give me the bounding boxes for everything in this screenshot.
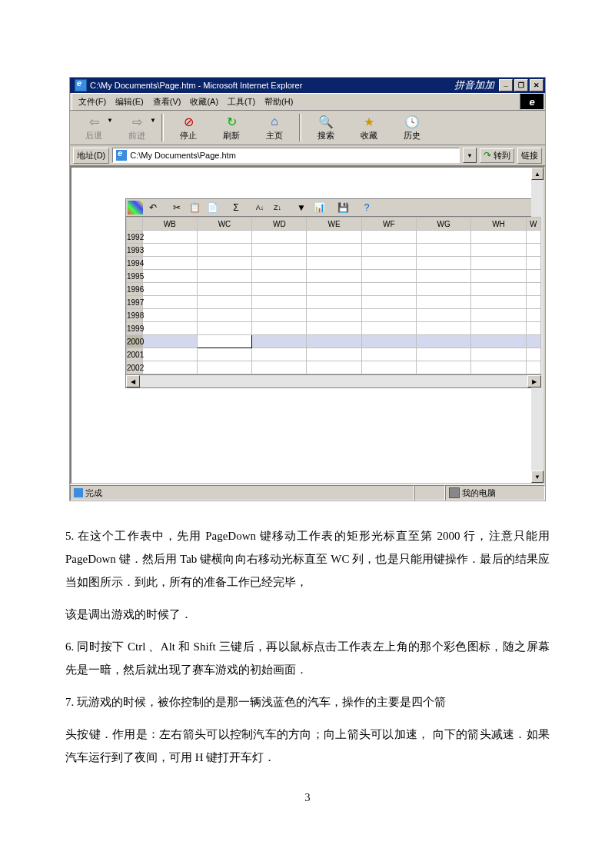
col-header[interactable]: WB <box>142 218 197 231</box>
menubar: 文件(F) 编辑(E) 查看(V) 收藏(A) 工具(T) 帮助(H) e <box>70 93 545 111</box>
menu-tools[interactable]: 工具(T) <box>223 95 260 109</box>
scroll-left-icon[interactable]: ◀ <box>126 375 140 387</box>
page-icon <box>116 150 127 161</box>
document-icon <box>74 488 83 497</box>
stop-icon: ⊘ <box>181 114 196 129</box>
minimize-button[interactable] <box>499 79 513 91</box>
spreadsheet: ↶ ✂ 📋 📄 Σ A↓ Z↓ ▼ 📊 💾 ? <box>125 198 542 388</box>
grid-corner[interactable] <box>127 218 143 231</box>
row-header[interactable]: 2000 <box>127 335 143 348</box>
ie-window-screenshot: C:\My Documents\Page.htm - Microsoft Int… <box>69 77 546 501</box>
home-button[interactable]: ⌂ 主页 <box>254 112 295 143</box>
home-icon: ⌂ <box>267 114 282 129</box>
row-header[interactable]: 1995 <box>127 270 143 283</box>
links-button[interactable]: 链接 <box>517 148 542 164</box>
search-button[interactable]: 🔍 搜索 <box>305 112 347 143</box>
history-icon: 🕓 <box>404 114 420 129</box>
row-header[interactable]: 1999 <box>127 322 143 335</box>
address-label: 地址(D) <box>73 148 109 164</box>
forward-icon: ⇨ <box>129 114 145 129</box>
star-icon: ★ <box>361 114 377 129</box>
status-pane <box>414 485 445 501</box>
ime-indicator: 拼音加加 <box>454 78 494 92</box>
paste-button[interactable]: 📄 <box>204 200 221 215</box>
sort-asc-button[interactable]: A↓ <box>251 200 268 215</box>
sheet-toolbar: ↶ ✂ 📋 📄 Σ A↓ Z↓ ▼ 📊 💾 ? <box>126 199 541 217</box>
titlebar: C:\My Documents\Page.htm - Microsoft Int… <box>70 78 545 93</box>
menu-edit[interactable]: 编辑(E) <box>111 95 148 109</box>
col-header[interactable]: WF <box>361 218 416 231</box>
paragraph-7b: 头按键．作用是：左右箭头可以控制汽车的方向；向上箭头可以加速， 向下的箭头减速．… <box>65 723 550 769</box>
row-header[interactable]: 2002 <box>127 361 143 374</box>
color-logo-icon[interactable] <box>127 200 144 215</box>
selected-row: 2000 <box>127 335 541 348</box>
scroll-down-icon[interactable]: ▼ <box>531 471 544 483</box>
menu-help[interactable]: 帮助(H) <box>260 95 298 109</box>
paragraph-5: 5. 在这个工作表中，先用 PageDown 键移动工作表的矩形光标直至第 20… <box>65 524 550 594</box>
paragraph-7a: 7. 玩游戏的时候，被你控制的是那一辆浅蓝色的汽车，操作的主要是四个箭 <box>65 690 550 713</box>
address-value: C:\My Documents\Page.htm <box>130 151 236 160</box>
cut-button[interactable]: ✂ <box>168 200 185 215</box>
col-header[interactable]: WD <box>252 218 307 231</box>
statusbar: 完成 我的电脑 <box>70 484 545 501</box>
ie-brand-icon: e <box>520 94 544 109</box>
status-right: 我的电脑 <box>445 485 545 501</box>
status-left: 完成 <box>70 485 414 501</box>
computer-icon <box>449 487 460 498</box>
row-header[interactable]: 1997 <box>127 296 143 309</box>
col-header[interactable]: W <box>526 218 540 231</box>
col-header[interactable]: WG <box>417 218 471 231</box>
sheet-grid[interactable]: WB WC WD WE WF WG WH W 1992 1993 1994 19… <box>126 217 541 374</box>
row-header[interactable]: 1994 <box>127 257 143 270</box>
go-icon: ↷ <box>484 150 491 161</box>
go-button[interactable]: ↷ 转到 <box>480 148 514 163</box>
sort-desc-button[interactable]: Z↓ <box>269 200 286 215</box>
help-button[interactable]: ? <box>358 200 375 215</box>
search-icon: 🔍 <box>318 114 334 129</box>
toolbar: ⇦ 后退 ▼ ⇨ 前进 ▼ ⊘ 停止 ↻ 刷新 ⌂ 主页 <box>70 111 545 145</box>
address-bar: 地址(D) C:\My Documents\Page.htm ▼ ↷ 转到 链接 <box>70 145 545 166</box>
sheet-hscrollbar[interactable]: ◀ ▶ <box>126 374 541 387</box>
page-number: 3 <box>0 792 615 804</box>
row-header[interactable]: 1996 <box>127 283 143 296</box>
paragraph-5b: 该是调出游戏的时候了． <box>65 603 550 626</box>
address-dropdown[interactable]: ▼ <box>463 148 477 163</box>
ie-icon <box>75 79 87 91</box>
maximize-button[interactable] <box>514 79 528 91</box>
refresh-icon: ↻ <box>224 114 239 129</box>
back-button[interactable]: ⇦ 后退 ▼ <box>73 112 115 143</box>
menu-file[interactable]: 文件(F) <box>74 95 111 109</box>
col-header[interactable]: WE <box>307 218 361 231</box>
stop-button[interactable]: ⊘ 停止 <box>168 112 209 143</box>
scroll-right-icon[interactable]: ▶ <box>527 375 541 387</box>
row-header[interactable]: 2001 <box>127 348 143 361</box>
chevron-down-icon: ▼ <box>150 117 156 124</box>
copy-button[interactable]: 📋 <box>186 200 203 215</box>
col-header[interactable]: WC <box>197 218 251 231</box>
document-body: 5. 在这个工作表中，先用 PageDown 键移动工作表的矩形光标直至第 20… <box>65 524 550 769</box>
col-header[interactable]: WH <box>471 218 526 231</box>
history-button[interactable]: 🕓 历史 <box>391 112 433 143</box>
window-title: C:\My Documents\Page.htm - Microsoft Int… <box>90 81 454 90</box>
scroll-up-icon[interactable]: ▲ <box>531 168 544 180</box>
back-icon: ⇦ <box>86 114 101 129</box>
address-input[interactable]: C:\My Documents\Page.htm <box>112 148 460 163</box>
chart-button[interactable]: 📊 <box>311 200 327 215</box>
close-button[interactable] <box>530 79 544 91</box>
favorites-button[interactable]: ★ 收藏 <box>348 112 390 143</box>
browser-content: ▲ ▼ ↶ ✂ 📋 📄 Σ A↓ Z↓ <box>70 166 545 484</box>
row-header[interactable]: 1998 <box>127 309 143 322</box>
active-cell[interactable] <box>197 335 251 348</box>
export-button[interactable]: 💾 <box>334 200 351 215</box>
undo-button[interactable]: ↶ <box>145 200 161 215</box>
menu-view[interactable]: 查看(V) <box>148 95 186 109</box>
filter-button[interactable]: ▼ <box>293 200 310 215</box>
forward-button[interactable]: ⇨ 前进 ▼ <box>116 112 158 143</box>
menu-favorites[interactable]: 收藏(A) <box>185 95 223 109</box>
chevron-down-icon: ▼ <box>107 117 113 124</box>
row-header[interactable]: 1993 <box>127 244 143 257</box>
row-header[interactable]: 1992 <box>127 231 143 244</box>
sum-button[interactable]: Σ <box>228 200 244 215</box>
refresh-button[interactable]: ↻ 刷新 <box>211 112 252 143</box>
paragraph-6: 6. 同时按下 Ctrl 、Alt 和 Shift 三键后，再以鼠标点击工作表左… <box>65 635 550 681</box>
